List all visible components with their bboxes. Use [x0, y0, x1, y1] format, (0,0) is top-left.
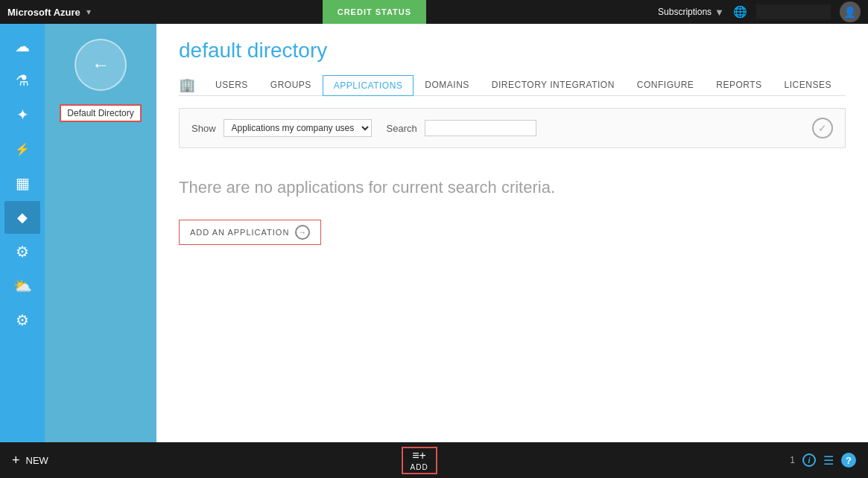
- gear2-icon: ⚙: [16, 243, 29, 261]
- star-icon: ✦: [16, 106, 29, 124]
- azure-logo: Microsoft Azure: [7, 7, 80, 18]
- sidebar-icon-grid[interactable]: ▦: [4, 167, 40, 200]
- diamond-icon: ◆: [17, 209, 28, 226]
- count-label: 1: [790, 455, 795, 465]
- search-input[interactable]: [425, 120, 536, 136]
- page-title: default directory: [179, 39, 846, 63]
- main-content: default directory 🏢 USERS GROUPS APPLICA…: [156, 24, 868, 442]
- info-icon[interactable]: i: [802, 453, 816, 467]
- user-avatar[interactable]: 👤: [840, 1, 861, 22]
- tab-reports[interactable]: REPORTS: [705, 74, 773, 95]
- settings-icon: ⚙: [16, 311, 29, 329]
- sidebar-icon-gear2[interactable]: ⚙: [4, 235, 40, 268]
- top-bar-right: Subscriptions ▼ 🌐 👤: [658, 1, 861, 22]
- top-bar: Microsoft Azure ▾ CREDIT STATUS Subscrip…: [0, 0, 868, 24]
- person-icon: 👤: [843, 6, 856, 18]
- tab-domains[interactable]: DOMAINS: [414, 74, 481, 95]
- tab-licenses[interactable]: LICENSES: [773, 74, 843, 95]
- back-arrow-icon: ←: [92, 54, 110, 75]
- tab-users[interactable]: USERS: [204, 74, 259, 95]
- chevron-icon[interactable]: ▾: [86, 7, 91, 17]
- flask-icon: ⚗: [16, 71, 29, 89]
- user-bar: [756, 4, 831, 19]
- left-panel: ← Default Directory: [45, 24, 156, 442]
- subscriptions-label: Subscriptions: [658, 7, 712, 17]
- sidebar-icon-diamond[interactable]: ◆: [4, 201, 40, 234]
- back-button[interactable]: ←: [75, 39, 127, 91]
- add-center-button[interactable]: ≡+ ADD: [402, 447, 437, 474]
- add-application-button[interactable]: ADD AN APPLICATION →: [179, 220, 321, 245]
- globe-icon[interactable]: 🌐: [733, 5, 747, 19]
- help-icon[interactable]: ?: [841, 453, 856, 468]
- tab-configure[interactable]: CONFIGURE: [626, 74, 706, 95]
- tab-applications[interactable]: APPLICATIONS: [323, 75, 414, 96]
- empty-state-message: There are no applications for current se…: [179, 178, 846, 197]
- add-app-label: ADD AN APPLICATION: [190, 228, 289, 237]
- sidebar-icon-star[interactable]: ✦: [4, 98, 40, 131]
- arrow-circle-icon: →: [295, 225, 310, 240]
- filter-bar: Show Applications my company uses All ap…: [179, 108, 846, 148]
- new-button[interactable]: + NEW: [12, 453, 48, 468]
- lightning-icon: ⚡: [15, 142, 30, 156]
- default-directory-label[interactable]: Default Directory: [60, 104, 141, 122]
- top-bar-left: Microsoft Azure ▾: [7, 7, 91, 18]
- sidebar-icon-settings[interactable]: ⚙: [4, 304, 40, 337]
- subscriptions-button[interactable]: Subscriptions ▼: [658, 7, 724, 18]
- sidebar: ☁ ⚗ ✦ ⚡ ▦ ◆ ⚙ ⛅ ⚙: [0, 24, 45, 442]
- right-arrow-icon: →: [298, 228, 307, 237]
- bottom-right-controls: 1 i ☰ ?: [790, 453, 856, 468]
- sidebar-icon-cloud2[interactable]: ⛅: [4, 270, 40, 302]
- bottom-bar: + NEW ≡+ ADD 1 i ☰ ?: [0, 442, 868, 478]
- list-icon[interactable]: ☰: [823, 453, 834, 468]
- cloud-icon: ☁: [15, 37, 30, 55]
- tabs-bar: 🏢 USERS GROUPS APPLICATIONS DOMAINS DIRE…: [179, 74, 846, 96]
- cloud2-icon: ⛅: [13, 277, 32, 295]
- show-label: Show: [191, 123, 216, 134]
- add-label: ADD: [411, 463, 428, 471]
- add-lines-icon: ≡+: [412, 450, 426, 462]
- directory-tab-icon: 🏢: [179, 77, 195, 93]
- sidebar-icon-flask[interactable]: ⚗: [4, 64, 40, 97]
- tab-directory-integration[interactable]: DIRECTORY INTEGRATION: [481, 74, 626, 95]
- show-select[interactable]: Applications my company uses All applica…: [224, 119, 372, 137]
- filter-icon: ▼: [715, 7, 724, 18]
- tab-groups[interactable]: GROUPS: [259, 74, 323, 95]
- search-label: Search: [387, 123, 417, 134]
- check-icon: ✓: [818, 122, 827, 134]
- sidebar-icon-cloud[interactable]: ☁: [4, 30, 40, 63]
- plus-icon: +: [12, 453, 20, 468]
- filter-check-button[interactable]: ✓: [812, 118, 833, 138]
- credit-status-button[interactable]: CREDIT STATUS: [323, 0, 426, 24]
- sidebar-icon-lightning[interactable]: ⚡: [4, 133, 40, 165]
- grid-icon: ▦: [16, 174, 30, 192]
- new-label: NEW: [26, 455, 48, 466]
- main-layout: ☁ ⚗ ✦ ⚡ ▦ ◆ ⚙ ⛅ ⚙ ← Default Directory: [0, 24, 868, 442]
